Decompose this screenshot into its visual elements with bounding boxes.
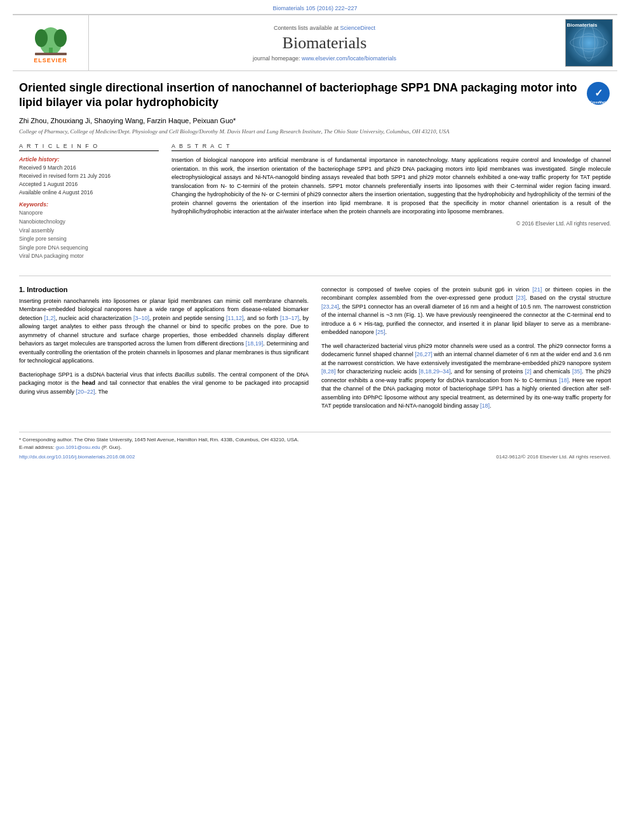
keyword-item: Viral assembly xyxy=(19,227,159,236)
footnote-corresponding: * Corresponding author. The Ohio State U… xyxy=(19,436,611,444)
keywords-list: NanoporeNanobiotechnologyViral assemblyS… xyxy=(19,209,159,261)
journal-ref: Biomaterials 105 (2016) 222–227 xyxy=(0,0,630,14)
keyword-item: Nanopore xyxy=(19,209,159,218)
main-content: Oriented single directional insertion of… xyxy=(0,71,630,425)
keyword-item: Nanobiotechnology xyxy=(19,218,159,227)
available-date: Available online 4 August 2016 xyxy=(19,189,159,197)
footer-bottom: http://dx.doi.org/10.1016/j.biomaterials… xyxy=(19,454,611,460)
email-link[interactable]: guo.1091@osu.edu xyxy=(56,444,100,450)
abstract-section: A B S T R A C T Insertion of biological … xyxy=(171,143,611,266)
affiliation-text: College of Pharmacy, College of Medicine… xyxy=(19,128,450,135)
body-col2-para2: The well characterized bacterial virus p… xyxy=(321,342,611,411)
journal-cover-image: Biomaterials xyxy=(565,19,613,67)
journal-title-area: Contents lists available at ScienceDirec… xyxy=(89,15,560,70)
corresponding-text: * Corresponding author. The Ohio State U… xyxy=(19,437,299,443)
issn-line: 0142-9612/© 2016 Elsevier Ltd. All right… xyxy=(496,454,611,460)
article-history: Article history: Received 9 March 2016 R… xyxy=(19,156,159,196)
accepted-date: Accepted 1 August 2016 xyxy=(19,180,159,189)
svg-text:CrossMark: CrossMark xyxy=(590,100,607,104)
keyword-item: Single pore sensing xyxy=(19,235,159,244)
doi-text: http://dx.doi.org/10.1016/j.biomaterials… xyxy=(19,454,135,460)
abstract-text: Insertion of biological nanopore into ar… xyxy=(171,156,611,217)
elsevier-logo-area: ELSEVIER xyxy=(13,15,89,70)
authors-text: Zhi Zhou, Zhouxiang Ji, Shaoying Wang, F… xyxy=(19,117,236,124)
intro-para1: Inserting protein nanochannels into lipo… xyxy=(19,297,309,366)
abstract-label: A B S T R A C T xyxy=(171,143,611,151)
received-date: Received 9 March 2016 xyxy=(19,164,159,172)
crossmark-icon: ✓ CrossMark xyxy=(586,81,611,106)
elsevier-tree-icon xyxy=(29,22,73,57)
intro-para2: Bacteriophage SPP1 is a dsDNA bacterial … xyxy=(19,371,309,397)
article-info: A R T I C L E I N F O Article history: R… xyxy=(19,143,159,266)
article-title-area: Oriented single directional insertion of… xyxy=(19,81,611,110)
body-col-left: 1. Introduction Inserting protein nanoch… xyxy=(19,286,309,416)
body-columns: 1. Introduction Inserting protein nanoch… xyxy=(19,286,611,416)
email-name: (P. Guo). xyxy=(102,444,121,450)
keyword-item: Viral DNA packaging motor xyxy=(19,252,159,261)
page: Biomaterials 105 (2016) 222–227 ELSEVIER… xyxy=(0,0,630,840)
svg-point-2 xyxy=(35,29,48,47)
article-info-abstract: A R T I C L E I N F O Article history: R… xyxy=(19,143,611,266)
svg-point-3 xyxy=(54,29,67,47)
sciencedirect-link[interactable]: ScienceDirect xyxy=(340,25,376,31)
journal-cover-area: Biomaterials xyxy=(560,15,617,70)
email-label: E-mail address: xyxy=(19,444,55,450)
copyright: © 2016 Elsevier Ltd. All rights reserved… xyxy=(171,220,611,227)
body-col-right: connector is composed of twelve copies o… xyxy=(321,286,611,416)
section-divider xyxy=(19,276,611,276)
journal-header: ELSEVIER Contents lists available at Sci… xyxy=(13,14,617,71)
cover-label: Biomaterials xyxy=(567,22,598,28)
elsevier-label: ELSEVIER xyxy=(34,57,67,63)
keyword-item: Single pore DNA sequencing xyxy=(19,244,159,253)
homepage-link[interactable]: www.elsevier.com/locate/biomaterials xyxy=(302,55,396,62)
svg-text:✓: ✓ xyxy=(594,88,603,98)
homepage-line: journal homepage: www.elsevier.com/locat… xyxy=(253,55,396,62)
svg-rect-4 xyxy=(35,53,67,55)
article-info-label: A R T I C L E I N F O xyxy=(19,143,159,151)
journal-title: Biomaterials xyxy=(283,34,367,53)
footer: * Corresponding author. The Ohio State U… xyxy=(19,432,611,463)
article-title-text: Oriented single directional insertion of… xyxy=(19,81,579,110)
history-label: Article history: xyxy=(19,156,159,163)
footnote-email: E-mail address: guo.1091@osu.edu (P. Guo… xyxy=(19,444,611,451)
doi-line[interactable]: http://dx.doi.org/10.1016/j.biomaterials… xyxy=(19,454,135,460)
keywords-group: Keywords: NanoporeNanobiotechnologyViral… xyxy=(19,201,159,261)
received-revised-date: Received in revised form 21 July 2016 xyxy=(19,172,159,180)
affiliation: College of Pharmacy, College of Medicine… xyxy=(19,128,611,136)
elsevier-logo: ELSEVIER xyxy=(29,22,73,63)
body-col2-para1: connector is composed of twelve copies o… xyxy=(321,286,611,337)
sciencedirect-line: Contents lists available at ScienceDirec… xyxy=(274,25,375,31)
journal-ref-text: Biomaterials 105 (2016) 222–227 xyxy=(272,5,357,11)
intro-heading: 1. Introduction xyxy=(19,286,309,293)
keywords-label: Keywords: xyxy=(19,201,159,208)
authors: Zhi Zhou, Zhouxiang Ji, Shaoying Wang, F… xyxy=(19,117,611,124)
